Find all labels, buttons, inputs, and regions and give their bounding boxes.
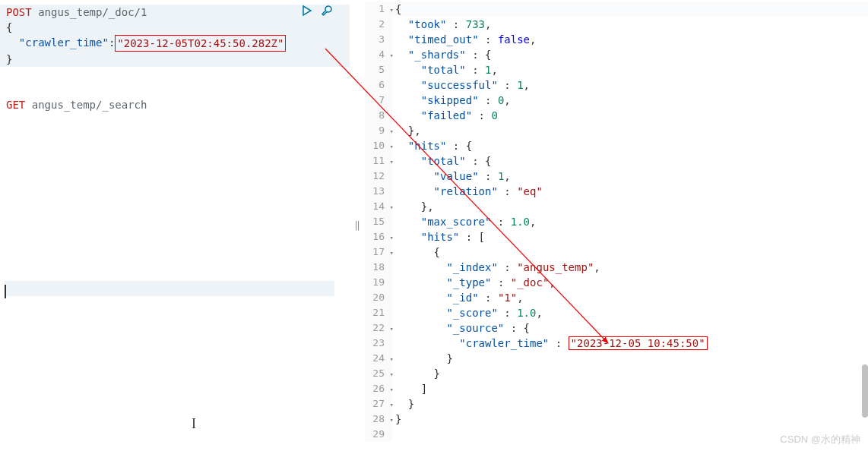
line-number: 19 [365, 275, 392, 290]
line-number: 8 [365, 108, 392, 123]
line-number: 11 [365, 153, 392, 169]
line-number: 13 [365, 184, 392, 199]
request-path: angus_temp/_search [32, 97, 147, 112]
line-number: 3 [365, 32, 392, 47]
response-panel[interactable]: 1{2 "took" : 733,3 "timed_out" : false,4… [365, 0, 868, 451]
vertical-scrollbar[interactable] [862, 364, 868, 418]
line-number: 29 [365, 427, 392, 442]
response-line[interactable]: 22 "_source" : { [365, 320, 868, 336]
response-line[interactable]: 12 "value" : 1, [365, 169, 868, 184]
line-number: 6 [365, 77, 392, 93]
response-line[interactable]: 10 "hits" : { [365, 138, 868, 153]
response-line[interactable]: 16 "hits" : [ [365, 229, 868, 244]
response-line[interactable]: 2 "took" : 733, [365, 17, 868, 32]
panel-divider[interactable]: ‖ [350, 0, 365, 451]
line-number: 26 [365, 381, 392, 396]
line-number: 9 [365, 123, 392, 138]
line-number: 7 [365, 93, 392, 108]
response-line[interactable]: 8 "failed" : 0 [365, 108, 868, 123]
watermark-text: CSDN @水的精神 [780, 433, 860, 446]
line-number: 24 [365, 351, 392, 366]
code-line[interactable] [0, 67, 350, 82]
editor-toolbar [301, 5, 334, 18]
http-method: GET [6, 97, 25, 112]
response-line[interactable]: 23 "crawler_time" : "2023-12-05 10:45:50… [365, 336, 868, 351]
response-line[interactable]: 19 "_type" : "_doc", [365, 275, 868, 290]
response-line[interactable]: 6 "successful" : 1, [365, 77, 868, 93]
response-line[interactable]: 1{ [365, 2, 868, 17]
line-number: 16 [365, 229, 392, 244]
divider-handle-icon[interactable]: ‖ [354, 220, 360, 231]
request-path: angus_temp/_doc/1 [38, 5, 147, 20]
line-number: 18 [365, 260, 392, 275]
active-line-highlight [5, 281, 334, 296]
line-number: 4 [365, 47, 392, 62]
i-beam-cursor-icon: I [192, 416, 196, 432]
line-number: 28 [365, 412, 392, 427]
response-line[interactable]: 18 "_index" : "angus_temp", [365, 260, 868, 275]
line-number: 17 [365, 244, 392, 260]
line-number: 25 [365, 366, 392, 381]
response-line[interactable]: 14 }, [365, 199, 868, 214]
code-line[interactable]: POST angus_temp/_doc/1 [0, 5, 350, 20]
response-line[interactable]: 3 "timed_out" : false, [365, 32, 868, 47]
code-line[interactable] [0, 82, 350, 97]
line-number: 1 [365, 2, 392, 17]
response-line[interactable]: 28} [365, 412, 868, 427]
line-number: 23 [365, 336, 392, 351]
response-line[interactable]: 17 { [365, 244, 868, 260]
response-line[interactable]: 15 "max_score" : 1.0, [365, 214, 868, 229]
http-method: POST [6, 5, 32, 20]
code-line[interactable]: { [0, 20, 350, 35]
response-line[interactable]: 21 "_score" : 1.0, [365, 305, 868, 320]
crawler-time-output: "2023-12-05 10:45:50" [569, 336, 708, 350]
code-line[interactable]: GET angus_temp/_search [0, 97, 350, 112]
line-number: 15 [365, 214, 392, 229]
main-container: POST angus_temp/_doc/1 { "crawler_time":… [0, 0, 868, 451]
response-line[interactable]: 24 } [365, 351, 868, 366]
response-line[interactable]: 25 } [365, 366, 868, 381]
line-number: 10 [365, 138, 392, 153]
line-number: 14 [365, 199, 392, 214]
response-line[interactable]: 27 } [365, 396, 868, 412]
wrench-icon[interactable] [321, 5, 334, 18]
line-number: 20 [365, 290, 392, 305]
line-number: 5 [365, 62, 392, 77]
response-line[interactable]: 9 }, [365, 123, 868, 138]
response-line[interactable]: 11 "total" : { [365, 153, 868, 169]
response-line[interactable]: 20 "_id" : "1", [365, 290, 868, 305]
line-number: 21 [365, 305, 392, 320]
line-number: 2 [365, 17, 392, 32]
response-line[interactable]: 5 "total" : 1, [365, 62, 868, 77]
line-number: 12 [365, 169, 392, 184]
line-number: 27 [365, 396, 392, 412]
request-editor-panel[interactable]: POST angus_temp/_doc/1 { "crawler_time":… [0, 0, 350, 451]
run-icon[interactable] [301, 5, 315, 18]
code-line[interactable]: "crawler_time":"2023-12-05T02:45:50.282Z… [0, 35, 350, 52]
text-cursor [5, 285, 6, 298]
response-line[interactable]: 4 "_shards" : { [365, 47, 868, 62]
code-line[interactable]: } [0, 52, 350, 67]
response-line[interactable]: 13 "relation" : "eq" [365, 184, 868, 199]
crawler-time-input: "2023-12-05T02:45:50.282Z" [115, 35, 286, 52]
line-number: 22 [365, 320, 392, 336]
response-line[interactable]: 26 ] [365, 381, 868, 396]
response-line[interactable]: 7 "skipped" : 0, [365, 93, 868, 108]
